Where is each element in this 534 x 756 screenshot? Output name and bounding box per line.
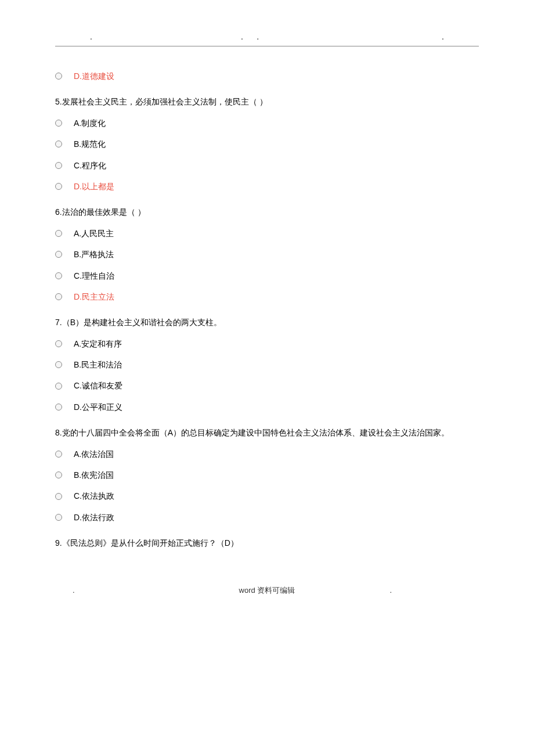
option-label: B.依宪治国 bbox=[74, 469, 114, 481]
option-label: D.民主立法 bbox=[74, 290, 114, 303]
radio-icon[interactable] bbox=[55, 471, 62, 478]
radio-icon[interactable] bbox=[55, 340, 62, 347]
option-row[interactable]: B.民主和法治 bbox=[55, 358, 479, 371]
radio-icon[interactable] bbox=[55, 272, 62, 279]
option-label: D.公平和正义 bbox=[74, 401, 122, 413]
footer-dot-right: . bbox=[389, 585, 392, 597]
footer: . word 资料可编辑 . bbox=[55, 585, 479, 597]
radio-icon[interactable] bbox=[55, 120, 62, 127]
option-row[interactable]: B.依宪治国 bbox=[55, 469, 479, 481]
radio-icon[interactable] bbox=[55, 73, 62, 80]
option-label: C.诚信和友爱 bbox=[74, 379, 122, 392]
radio-icon[interactable] bbox=[55, 162, 62, 169]
option-row[interactable]: B.严格执法 bbox=[55, 248, 479, 261]
option-label: D.依法行政 bbox=[74, 511, 114, 524]
option-label: D.以上都是 bbox=[74, 180, 114, 193]
option-label: C.理性自治 bbox=[74, 269, 114, 282]
option-row[interactable]: D.民主立法 bbox=[55, 290, 479, 303]
option-label: A.安定和有序 bbox=[74, 337, 122, 350]
option-row[interactable]: C.依法执政 bbox=[55, 489, 479, 502]
option-row[interactable]: A.制度化 bbox=[55, 117, 479, 129]
option-label: A.依法治国 bbox=[74, 448, 114, 460]
radio-icon[interactable] bbox=[55, 383, 62, 390]
radio-icon[interactable] bbox=[55, 251, 62, 258]
radio-icon[interactable] bbox=[55, 493, 62, 500]
option-row[interactable]: D.公平和正义 bbox=[55, 401, 479, 413]
header-dot: . bbox=[442, 30, 444, 43]
radio-icon[interactable] bbox=[55, 451, 62, 458]
radio-icon[interactable] bbox=[55, 141, 62, 147]
option-row[interactable]: D.道德建设 bbox=[55, 70, 479, 82]
question-text: 9.《民法总则》是从什么时间开始正式施行？（D） bbox=[55, 537, 479, 549]
question-text: 7.（B）是构建社会主义和谐社会的两大支柱。 bbox=[55, 316, 479, 329]
option-row[interactable]: B.规范化 bbox=[55, 138, 479, 150]
option-label: C.依法执政 bbox=[74, 489, 114, 502]
footer-text: word 资料可编辑 bbox=[239, 586, 295, 595]
option-label: B.规范化 bbox=[74, 138, 106, 150]
footer-dot-left: . bbox=[73, 585, 75, 597]
option-label: B.严格执法 bbox=[74, 248, 114, 261]
question-text: 8.党的十八届四中全会将全面（A）的总目标确定为建设中国特色社会主义法治体系、建… bbox=[55, 426, 479, 439]
question-text: 6.法治的最佳效果是（ ） bbox=[55, 206, 479, 218]
radio-icon[interactable] bbox=[55, 183, 62, 190]
option-label: A.人民民主 bbox=[74, 227, 114, 240]
option-row[interactable]: C.诚信和友爱 bbox=[55, 379, 479, 392]
option-row[interactable]: C.理性自治 bbox=[55, 269, 479, 282]
option-row[interactable]: A.安定和有序 bbox=[55, 337, 479, 350]
header-divider: . bbox=[55, 35, 479, 46]
quiz-content: D.道德建设5.发展社会主义民主，必须加强社会主义法制，使民主（ ）A.制度化B… bbox=[55, 70, 479, 550]
option-label: D.道德建设 bbox=[74, 70, 114, 82]
radio-icon[interactable] bbox=[55, 293, 62, 300]
option-row[interactable]: C.程序化 bbox=[55, 159, 479, 172]
option-label: C.程序化 bbox=[74, 159, 106, 172]
radio-icon[interactable] bbox=[55, 514, 62, 521]
option-row[interactable]: D.依法行政 bbox=[55, 511, 479, 524]
option-label: B.民主和法治 bbox=[74, 358, 122, 371]
radio-icon[interactable] bbox=[55, 361, 62, 368]
radio-icon[interactable] bbox=[55, 230, 62, 237]
option-row[interactable]: A.依法治国 bbox=[55, 448, 479, 460]
option-row[interactable]: D.以上都是 bbox=[55, 180, 479, 193]
option-row[interactable]: A.人民民主 bbox=[55, 227, 479, 240]
question-text: 5.发展社会主义民主，必须加强社会主义法制，使民主（ ） bbox=[55, 95, 479, 108]
radio-icon[interactable] bbox=[55, 404, 62, 411]
option-label: A.制度化 bbox=[74, 117, 106, 129]
